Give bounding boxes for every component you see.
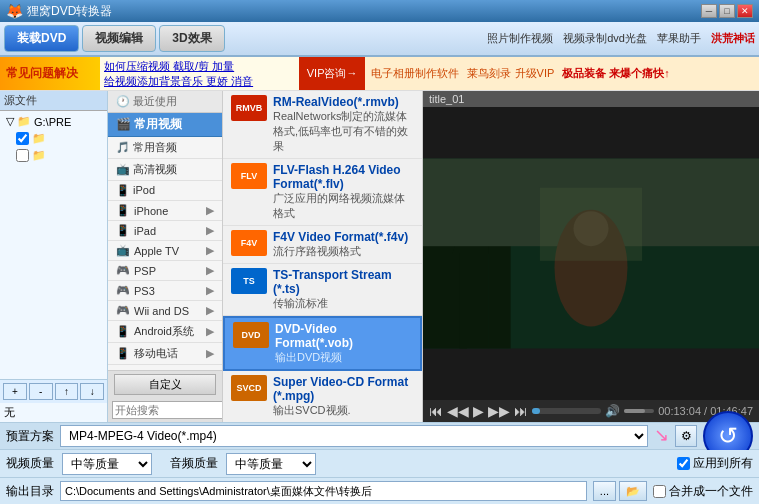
format-iphone[interactable]: 📱 iPhone ▶ [108, 201, 222, 221]
submenu-flv[interactable]: FLV FLV-Flash H.264 Video Format(*.flv) … [223, 159, 422, 226]
format-ipod[interactable]: 📱 iPod [108, 181, 222, 201]
ps3-label: PS3 [134, 285, 155, 297]
preset-label: 预置方案 [6, 428, 54, 445]
ps3-arrow: ▶ [206, 284, 214, 297]
format-search-input[interactable] [112, 401, 223, 419]
tree-root[interactable]: ▽ 📁 G:\PRE [2, 113, 105, 130]
format-appletv[interactable]: 📺 Apple TV ▶ [108, 241, 222, 261]
svcd-info: Super Video-CD Format (*.mpg) 输出SVCD视频. [273, 375, 414, 418]
f4v-info: F4V Video Format(*.f4v) 流行序路视频格式 [273, 230, 408, 259]
format-hd-video[interactable]: 📺 高清视频 [108, 159, 222, 181]
format-android[interactable]: 📱 Android系统 ▶ [108, 321, 222, 343]
progress-bar[interactable] [532, 408, 601, 414]
apply-all-label: 应用到所有 [693, 455, 753, 472]
preset-settings-button[interactable]: ⚙ [675, 425, 697, 447]
svg-rect-6 [489, 239, 511, 349]
hd-video-label: 高清视频 [133, 163, 177, 175]
dvd-desc: 输出DVD视频 [275, 350, 412, 365]
file-panel-label: 源文件 [0, 91, 107, 111]
ts-desc: 传输流标准 [273, 296, 414, 311]
play-next-button[interactable]: ⏭ [514, 403, 528, 419]
search-custom-row: 自定义 [108, 370, 222, 398]
file-status: 无 [0, 403, 107, 422]
submenu-svcd[interactable]: SVCD Super Video-CD Format (*.mpg) 输出SVC… [223, 371, 422, 422]
tree-down-button[interactable]: ↓ [80, 383, 104, 400]
ipod-icon: 📱 [116, 184, 130, 196]
faq-link-1[interactable]: 如何压缩视频 截取/剪 加量 [104, 59, 295, 74]
tree-add-button[interactable]: + [3, 383, 27, 400]
format-common-video[interactable]: 🎬 常用视频 [108, 113, 222, 137]
video-quality-select[interactable]: 中等质量 [62, 453, 152, 475]
audio-quality-label: 音频质量 [170, 455, 218, 472]
tree-up-button[interactable]: ↑ [55, 383, 79, 400]
tree-folder-icon: 📁 [17, 115, 31, 128]
preset-select[interactable]: MP4-MPEG-4 Video(*.mp4) [60, 425, 648, 447]
f4v-icon: F4V [231, 230, 267, 256]
tree-checkbox-2[interactable] [16, 149, 29, 162]
dvd-info: DVD-Video Format(*.vob) 输出DVD视频 [275, 322, 412, 365]
merge-checkbox[interactable] [653, 485, 666, 498]
format-mobile[interactable]: 📱 移动电话 ▶ [108, 343, 222, 365]
nav-link-myth[interactable]: 洪荒神话 [711, 31, 755, 46]
close-button[interactable]: ✕ [737, 4, 753, 18]
svcd-name: Super Video-CD Format (*.mpg) [273, 375, 414, 403]
rmvb-icon-label: RMVB [236, 103, 263, 113]
minimize-button[interactable]: ─ [701, 4, 717, 18]
window-controls: ─ □ ✕ [701, 4, 753, 18]
audio-quality-select[interactable]: 中等质量 [226, 453, 316, 475]
tree-remove-button[interactable]: - [29, 383, 53, 400]
apply-all-checkbox[interactable] [677, 457, 690, 470]
common-video-icon: 🎬 [116, 117, 131, 131]
video-edit-button[interactable]: 视频编辑 [82, 25, 156, 52]
format-wii[interactable]: 🎮 Wii and DS ▶ [108, 301, 222, 321]
rewind-button[interactable]: ◀◀ [447, 403, 469, 419]
nav-link-record[interactable]: 视频录制dvd光盘 [563, 31, 647, 46]
f4v-desc: 流行序路视频格式 [273, 244, 408, 259]
output-browse-button[interactable]: ... [593, 481, 616, 501]
volume-icon[interactable]: 🔊 [605, 404, 620, 418]
maximize-button[interactable]: □ [719, 4, 735, 18]
ipod-label: iPod [133, 184, 155, 196]
load-dvd-button[interactable]: 装载DVD [4, 25, 79, 52]
format-ps3[interactable]: 🎮 PS3 ▶ [108, 281, 222, 301]
faq-link-2[interactable]: 给视频添加背景音乐 更娇 消音 [104, 74, 295, 89]
rmvb-name: RM-RealVideo(*.rmvb) [273, 95, 414, 109]
submenu-dvd[interactable]: DVD DVD-Video Format(*.vob) 输出DVD视频 [223, 316, 422, 371]
nav-link-apple[interactable]: 苹果助手 [657, 31, 701, 46]
submenu-rmvb[interactable]: RMVB RM-RealVideo(*.rmvb) RealNetworks制定… [223, 91, 422, 159]
ad-text-1: 电子相册制作软件 [371, 66, 459, 81]
right-nav-links: 照片制作视频 视频录制dvd光盘 苹果助手 洪荒神话 [487, 31, 755, 46]
tree-checkbox-1[interactable] [16, 132, 29, 145]
play-prev-button[interactable]: ⏮ [429, 403, 443, 419]
format-common-audio[interactable]: 🎵 常用音频 [108, 137, 222, 159]
output-open-button[interactable]: 📂 [619, 481, 647, 501]
mobile-icon: 📱 [116, 347, 130, 360]
vip-link[interactable]: VIP咨询→ [299, 57, 366, 90]
ad-section: 电子相册制作软件 莱鸟刻录 升级VIP 极品装备 来爆个痛快↑ [365, 57, 759, 90]
format-recent[interactable]: 🕐 最近使用 [108, 91, 222, 113]
volume-bar[interactable] [624, 409, 654, 413]
ipad-icon: 📱 [116, 224, 130, 237]
fastforward-button[interactable]: ▶▶ [488, 403, 510, 419]
wii-label: Wii and DS [134, 305, 189, 317]
file-tree: ▽ 📁 G:\PRE 📁 📁 [0, 111, 107, 379]
faq-links: 如何压缩视频 截取/剪 加量 给视频添加背景音乐 更娇 消音 [100, 57, 299, 90]
nav-link-photo[interactable]: 照片制作视频 [487, 31, 553, 46]
play-button[interactable]: ▶ [473, 403, 484, 419]
custom-format-button[interactable]: 自定义 [114, 374, 216, 395]
apply-all-container: 应用到所有 [677, 455, 753, 472]
app-title: 狸窝DVD转换器 [27, 3, 112, 20]
submenu-ts[interactable]: TS TS-Transport Stream (*.ts) 传输流标准 [223, 264, 422, 316]
format-psp[interactable]: 🎮 PSP ▶ [108, 261, 222, 281]
app-logo: 🦊 [6, 3, 23, 19]
rmvb-icon: RMVB [231, 95, 267, 121]
svg-rect-10 [540, 188, 642, 261]
output-path-input[interactable] [60, 481, 587, 501]
submenu-f4v[interactable]: F4V F4V Video Format(*.f4v) 流行序路视频格式 [223, 226, 422, 264]
recent-label: 最近使用 [133, 95, 177, 107]
ts-icon-label: TS [243, 276, 255, 286]
quality-bar: 视频质量 中等质量 音频质量 中等质量 应用到所有 [0, 450, 759, 478]
ts-icon: TS [231, 268, 267, 294]
3d-effect-button[interactable]: 3D效果 [159, 25, 224, 52]
format-ipad[interactable]: 📱 iPad ▶ [108, 221, 222, 241]
